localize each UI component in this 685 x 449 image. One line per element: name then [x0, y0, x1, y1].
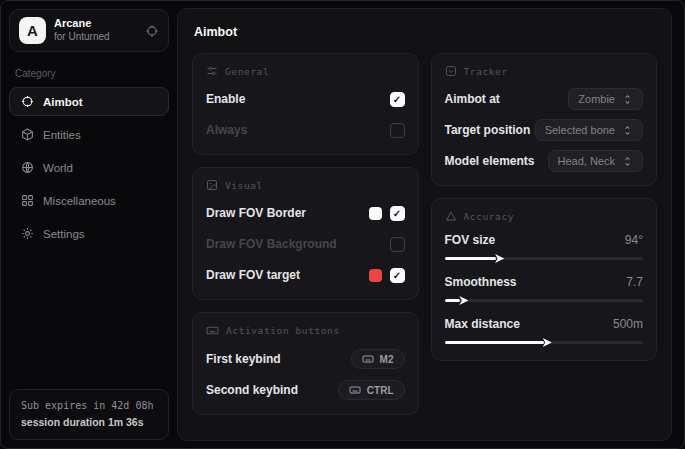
always-checkbox[interactable]: ✓ — [390, 123, 405, 138]
color-swatch[interactable] — [369, 269, 382, 282]
setting-row-always: Always ✓ — [206, 119, 405, 141]
setting-label: Target position — [445, 123, 531, 137]
sidebar-item-entities[interactable]: Entities — [9, 120, 169, 149]
setting-label: Second keybind — [206, 383, 298, 397]
entities-icon — [20, 128, 34, 141]
subscription-status-card: Sub expires in 42d 08h session duration … — [9, 389, 169, 440]
setting-label: Max distance — [445, 317, 520, 331]
max-distance-slider[interactable] — [445, 338, 644, 347]
slider-fill — [445, 341, 544, 344]
setting-label: Draw FOV Border — [206, 206, 306, 220]
page-title: Aimbot — [194, 25, 655, 39]
setting-row-smoothness: Smoothness 7.7 — [445, 275, 644, 305]
card-title: Accuracy — [464, 211, 515, 222]
sidebar-item-label: Settings — [43, 228, 85, 240]
target-position-select[interactable]: Selected bone — [535, 119, 643, 141]
app-subtitle: for Unturned — [54, 31, 137, 44]
smoothness-slider[interactable] — [445, 296, 644, 305]
sidebar-item-label: Miscellaneous — [43, 195, 116, 207]
card-title: Activation buttons — [226, 325, 340, 336]
select-value: Head, Neck — [558, 155, 615, 167]
globe-icon — [20, 161, 34, 174]
sidebar-item-label: Entities — [43, 129, 81, 141]
card-title: Visual — [225, 180, 263, 191]
setting-label: Aimbot at — [445, 92, 500, 106]
setting-row-second-keybind: Second keybind CTRL — [206, 379, 405, 401]
crosshair-settings-icon[interactable] — [145, 24, 159, 38]
visual-card: Visual Draw FOV Border ✓ Draw FOV Backgr… — [192, 167, 419, 300]
setting-row-fov-border: Draw FOV Border ✓ — [206, 202, 405, 224]
select-value: Selected bone — [545, 124, 615, 136]
slider-track — [445, 299, 644, 302]
general-card: General Enable ✓ Always ✓ — [192, 53, 419, 155]
check-icon: ✓ — [393, 270, 401, 281]
keyboard-icon — [362, 353, 374, 365]
setting-row-max-distance: Max distance 500m — [445, 317, 644, 347]
crosshair-icon — [20, 95, 34, 108]
unfold-icon — [622, 94, 633, 105]
setting-label: Enable — [206, 92, 245, 106]
setting-label: Model elements — [445, 154, 535, 168]
sidebar: A Arcane for Unturned Category Aimbot En… — [1, 1, 177, 448]
sidebar-item-aimbot[interactable]: Aimbot — [9, 87, 169, 116]
unfold-icon — [622, 125, 633, 136]
aimbot-at-select[interactable]: Zombie — [568, 88, 643, 110]
setting-row-enable: Enable ✓ — [206, 88, 405, 110]
triangle-icon — [445, 210, 457, 222]
check-icon: ✓ — [393, 208, 401, 219]
fov-size-value: 94° — [625, 233, 643, 247]
sliders-icon — [206, 65, 218, 77]
tracker-card: Tracker Aimbot at Zombie Target position… — [431, 53, 658, 186]
sidebar-nav: Aimbot Entities World Miscellaneous Sett… — [9, 87, 169, 248]
sidebar-item-label: World — [43, 162, 73, 174]
setting-label: Draw FOV Background — [206, 237, 337, 251]
sidebar-item-settings[interactable]: Settings — [9, 219, 169, 248]
category-label: Category — [15, 68, 163, 79]
first-keybind-button[interactable]: M2 — [351, 349, 405, 369]
setting-row-first-keybind: First keybind M2 — [206, 348, 405, 370]
max-distance-value: 500m — [613, 317, 643, 331]
fov-border-checkbox[interactable]: ✓ — [390, 206, 405, 221]
setting-row-aimbot-at: Aimbot at Zombie — [445, 88, 644, 110]
fov-background-checkbox[interactable]: ✓ — [390, 237, 405, 252]
setting-label: Always — [206, 123, 247, 137]
app-logo: A — [19, 17, 46, 44]
select-value: Zombie — [578, 93, 615, 105]
keybind-value: CTRL — [367, 385, 394, 396]
activation-buttons-card: Activation buttons First keybind M2 Seco… — [192, 312, 419, 415]
setting-row-model-elements: Model elements Head, Neck — [445, 150, 644, 172]
main-panel: Aimbot General Enable ✓ Always ✓ — [177, 8, 672, 441]
grid-icon — [20, 194, 34, 207]
visual-icon — [206, 179, 218, 191]
setting-label: First keybind — [206, 352, 281, 366]
second-keybind-button[interactable]: CTRL — [338, 380, 405, 400]
fov-size-slider[interactable] — [445, 254, 644, 263]
card-title: General — [225, 66, 269, 77]
slider-fill — [445, 299, 461, 302]
setting-row-fov-size: FOV size 94° — [445, 233, 644, 263]
sidebar-item-label: Aimbot — [43, 96, 83, 108]
app-name: Arcane — [54, 17, 137, 31]
fov-target-checkbox[interactable]: ✓ — [390, 268, 405, 283]
sidebar-item-world[interactable]: World — [9, 153, 169, 182]
color-swatch[interactable] — [369, 207, 382, 220]
setting-label: FOV size — [445, 233, 496, 247]
setting-row-fov-target: Draw FOV target ✓ — [206, 264, 405, 286]
sidebar-item-miscellaneous[interactable]: Miscellaneous — [9, 186, 169, 215]
keybind-value: M2 — [380, 354, 394, 365]
tracker-icon — [445, 65, 457, 77]
brand-card: A Arcane for Unturned — [9, 9, 169, 52]
smoothness-value: 7.7 — [626, 275, 643, 289]
keyboard-icon — [349, 384, 361, 396]
unfold-icon — [622, 156, 633, 167]
enable-checkbox[interactable]: ✓ — [390, 92, 405, 107]
setting-label: Draw FOV target — [206, 268, 300, 282]
accuracy-card: Accuracy FOV size 94° — [431, 198, 658, 361]
model-elements-select[interactable]: Head, Neck — [548, 150, 643, 172]
setting-row-target-position: Target position Selected bone — [445, 119, 644, 141]
gear-icon — [20, 227, 34, 240]
card-title: Tracker — [464, 66, 508, 77]
sub-expiry-text: Sub expires in 42d 08h — [21, 398, 157, 414]
keyboard-icon — [206, 324, 219, 337]
slider-fill — [445, 257, 497, 260]
